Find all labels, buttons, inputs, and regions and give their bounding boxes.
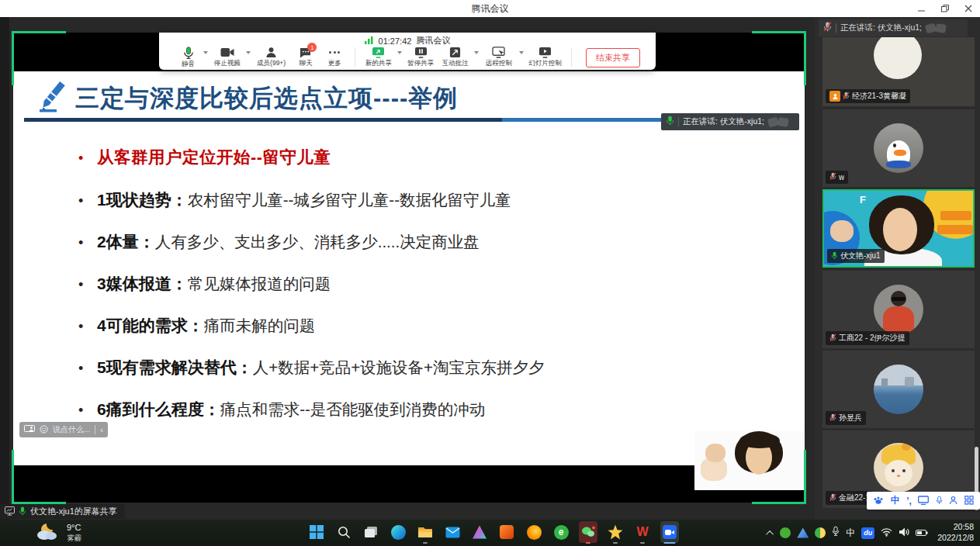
ime-logo-paw-icon[interactable] [873, 494, 884, 508]
firefox-icon[interactable] [525, 521, 543, 543]
meeting-toolbar: 01:27:42 腾讯会议 静音 停止视频 成员(99+) 1 [159, 33, 656, 70]
weather-widget[interactable]: 9°C 雾霾 [34, 521, 81, 544]
tray-netdisk-icon[interactable] [797, 528, 809, 538]
camera-icon [220, 47, 234, 58]
clock[interactable]: 20:58 2022/12/8 [937, 522, 974, 543]
slide-control-button[interactable]: 幻灯片控制 [525, 47, 565, 68]
avatar [874, 37, 922, 79]
baidu-ime-icon[interactable]: du [861, 527, 874, 539]
share-view-icon[interactable] [24, 423, 35, 437]
weather-icon [34, 521, 61, 544]
edge-browser-icon[interactable] [389, 521, 407, 543]
tray-expand-chevron[interactable] [766, 530, 774, 537]
speaking-indicator-overlay: 正在讲话: 伏文艳-xju1; [661, 113, 799, 130]
tray-date: 2022/12/8 [937, 533, 974, 544]
mic-muted-icon [829, 413, 836, 423]
participant-tile[interactable]: 经济21-3黄馨凝 [822, 37, 975, 106]
ime-user-icon[interactable] [949, 494, 957, 508]
participant-label: 经济21-3黄馨凝 [826, 89, 910, 103]
raise-hand-icon [935, 23, 946, 33]
taskbar-apps: e W [307, 521, 679, 543]
share-options-caret[interactable] [397, 51, 402, 54]
start-button[interactable] [307, 521, 326, 543]
volume-icon[interactable] [899, 526, 909, 540]
mic-on-icon [831, 251, 838, 261]
restore-button[interactable] [933, 0, 957, 17]
file-explorer-icon[interactable] [416, 521, 435, 543]
more-button[interactable]: 更多 [320, 47, 348, 68]
tray-language-indicator[interactable]: 中 [846, 527, 855, 540]
speaking-text: 正在讲话: 伏文艳-xju1; [683, 116, 764, 127]
participant-tile[interactable]: 孙昱兵 [822, 351, 975, 428]
avatar [874, 365, 923, 414]
members-button[interactable]: 成员(99+) [252, 47, 291, 68]
raise-hand-icon [777, 117, 788, 127]
remote-control-button[interactable]: 远程控制 [480, 47, 518, 68]
close-button[interactable] [957, 0, 980, 17]
participant-name: 工商22 - 2伊尔沙提 [839, 333, 906, 344]
more-dots-icon [329, 47, 340, 58]
office-icon[interactable] [497, 521, 516, 543]
ime-punct-toggle[interactable]: ’, [906, 496, 912, 506]
ime-keyboard-icon[interactable] [918, 494, 929, 508]
task-view-button[interactable] [362, 521, 380, 543]
participant-label: w [826, 171, 848, 184]
mic-muted-icon [829, 172, 836, 182]
participants-sidebar: 正在讲话: 伏文艳-xju1; 经济21-3黄馨凝 w [815, 17, 980, 520]
mute-options-caret[interactable] [203, 51, 208, 54]
annotation-options-caret[interactable] [474, 51, 479, 54]
participant-tile[interactable]: 工商22 - 2伊尔沙提 [822, 271, 975, 348]
chat-input-placeholder[interactable]: 说点什么... [53, 424, 90, 435]
wifi-icon[interactable] [881, 526, 892, 540]
avatar [874, 123, 923, 173]
mic-on-icon [666, 115, 674, 129]
speaking-indicator-sidebar: 正在讲话: 伏文艳-xju1; [819, 19, 968, 36]
remote-control-icon [492, 47, 505, 58]
meeting-timer: 01:27:42 [379, 36, 412, 46]
browser-360-icon[interactable]: e [552, 521, 570, 543]
wps-icon[interactable]: W [633, 521, 652, 543]
emoji-icon[interactable] [40, 423, 48, 437]
ime-menu-grid-icon[interactable] [964, 494, 974, 508]
video-options-caret[interactable] [246, 51, 251, 54]
search-button[interactable] [334, 521, 353, 543]
chat-button[interactable]: 1 聊天 [290, 47, 320, 68]
participant-tile[interactable]: w [822, 109, 975, 187]
wechat-icon[interactable] [579, 521, 597, 543]
ime-lang-toggle[interactable]: 中 [891, 494, 900, 507]
left-gutter [0, 17, 9, 520]
pause-share-button[interactable]: 暂停共享 [403, 47, 438, 68]
battery-icon[interactable] [916, 526, 928, 540]
tencent-meeting-icon[interactable] [660, 521, 679, 543]
slide-title: 三定与深度比较后选点立项----举例 [75, 82, 458, 115]
annotation-icon [449, 47, 461, 58]
new-share-button[interactable]: 新的共享 [362, 47, 396, 68]
tray-app-icon[interactable] [815, 527, 826, 538]
monitor-icon [5, 506, 15, 517]
tray-360-icon[interactable] [780, 527, 791, 538]
ime-toolbar[interactable]: 中 ’, [867, 492, 980, 510]
ime-voice-icon[interactable] [936, 494, 943, 508]
signal-strength-icon [365, 36, 374, 46]
media-app-icon[interactable] [470, 521, 489, 543]
favorites-star-icon[interactable] [606, 521, 625, 543]
participant-tile-speaking[interactable]: F 伏文艳-xju1 [822, 189, 975, 268]
quick-chat-bar[interactable]: 说点什么... ‹ [19, 422, 108, 437]
share-border-corner [12, 450, 66, 504]
participant-name: 经济21-3黄馨凝 [852, 91, 906, 102]
share-border-corner [752, 450, 806, 504]
host-badge-icon [829, 91, 840, 102]
remote-options-caret[interactable] [519, 51, 524, 54]
share-border-corner [12, 31, 66, 85]
slide-bullet: • 2体量： 人有多少、支出多少、消耗多少.....决定商业盘 [78, 231, 480, 253]
annotation-button[interactable]: 互动批注 [438, 47, 472, 68]
collapse-arrow[interactable]: ‹ [100, 425, 103, 434]
stop-video-button[interactable]: 停止视频 [210, 47, 244, 68]
mute-button[interactable]: 静音 [175, 47, 202, 68]
avatar [874, 443, 923, 492]
tray-mic-icon[interactable] [832, 526, 840, 540]
end-share-button[interactable]: 结束共享 [586, 48, 640, 67]
minimize-button[interactable] [910, 0, 933, 17]
chat-icon: 1 [300, 47, 311, 58]
mail-icon[interactable] [443, 521, 462, 543]
